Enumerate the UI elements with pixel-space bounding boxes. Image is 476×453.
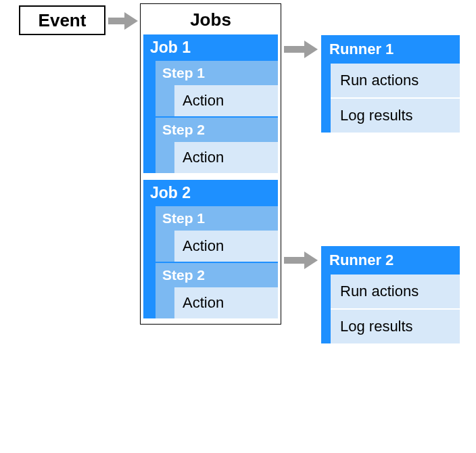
arrow-head-icon — [124, 12, 138, 30]
runner-2-title: Runner 2 — [321, 246, 460, 275]
job-1-step-1: Step 1 Action — [156, 61, 278, 116]
jobs-title: Jobs — [143, 7, 278, 34]
job-1-step-2-action: Action — [174, 142, 278, 173]
job-1-step-1-action: Action — [174, 85, 278, 116]
runner-2-item-log-results: Log results — [331, 310, 460, 343]
arrow-event-to-jobs — [108, 12, 138, 30]
job-block-1: Job 1 Step 1 Action Step 2 Action — [143, 34, 278, 173]
job-2-step-1: Step 1 Action — [156, 206, 278, 262]
arrow-job2-to-runner2 — [284, 252, 318, 269]
job-2-step-2: Step 2 Action — [156, 263, 278, 318]
runner-2-body: Run actions Log results — [331, 275, 460, 343]
arrow-head-icon — [304, 252, 318, 269]
runner-1-item-log-results: Log results — [331, 99, 460, 133]
job-1-step-1-title: Step 1 — [156, 61, 278, 85]
arrow-job1-to-runner1 — [284, 41, 318, 58]
arrow-shaft — [284, 257, 304, 264]
job-1-step-2-title: Step 2 — [156, 118, 278, 142]
job-1-title: Job 1 — [143, 34, 278, 61]
arrow-head-icon — [304, 41, 318, 58]
jobs-container: Jobs Job 1 Step 1 Action Step 2 Action J… — [140, 3, 281, 325]
runner-2-item-run-actions: Run actions — [331, 275, 460, 310]
runner-1-body: Run actions Log results — [331, 64, 460, 133]
job-2-step-1-action: Action — [174, 231, 278, 262]
job-2-step-1-title: Step 1 — [156, 206, 278, 231]
event-label: Event — [39, 10, 87, 31]
job-2-step-2-title: Step 2 — [156, 263, 278, 287]
arrow-shaft — [284, 46, 304, 53]
arrow-shaft — [108, 18, 124, 24]
runner-block-1: Runner 1 Run actions Log results — [321, 35, 460, 133]
runner-1-title: Runner 1 — [321, 35, 460, 64]
job-1-step-2: Step 2 Action — [156, 118, 278, 173]
job-2-title: Job 2 — [143, 180, 278, 206]
runner-block-2: Runner 2 Run actions Log results — [321, 246, 460, 343]
job-block-2: Job 2 Step 1 Action Step 2 Action — [143, 180, 278, 318]
job-2-step-2-action: Action — [174, 287, 278, 318]
runner-1-item-run-actions: Run actions — [331, 64, 460, 99]
event-box: Event — [19, 5, 105, 35]
